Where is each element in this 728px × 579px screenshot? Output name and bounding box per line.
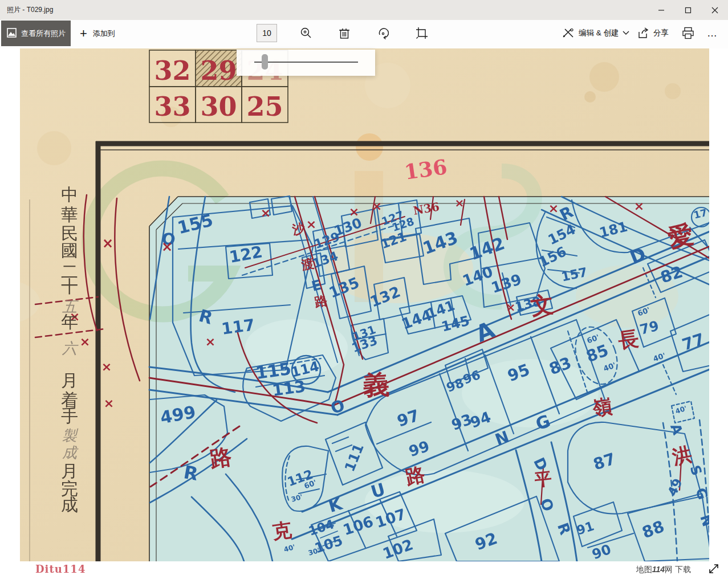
map-label: × (101, 360, 112, 374)
canvas-margin-right (709, 48, 728, 561)
crop-icon (416, 27, 428, 39)
map-label: × (306, 217, 316, 231)
bottom-bar: Ditu114 地图114网 下载 (0, 561, 728, 579)
zoom-slider-thumb[interactable] (262, 54, 268, 70)
zoom-value-box[interactable]: 10 (257, 24, 277, 42)
margin-character: 國 (61, 240, 78, 260)
zoom-slider-track[interactable] (254, 62, 358, 63)
plus-icon: + (80, 27, 87, 40)
crop-button[interactable] (412, 23, 432, 43)
margin-character: 月 (61, 461, 78, 481)
map-label: × (104, 396, 114, 410)
map-label: × (372, 199, 382, 213)
magnifier-plus-icon (300, 27, 312, 39)
map-label: 克 (270, 518, 293, 543)
window-controls (648, 0, 728, 20)
chevron-down-icon (623, 31, 629, 35)
map-label: × (455, 196, 465, 210)
map-label: × (634, 199, 644, 213)
map-label: × (205, 335, 215, 349)
margin-character: 十 (61, 276, 78, 296)
map-label: × (102, 235, 113, 251)
map-label: 渡 (300, 255, 315, 272)
index-grid-number: 32 (154, 55, 190, 86)
zoom-in-button[interactable] (296, 23, 316, 43)
map-label: × (261, 206, 271, 220)
index-grid-number: 29 (200, 55, 237, 86)
index-grid-number: 25 (246, 91, 283, 122)
delete-button[interactable] (335, 23, 354, 43)
map-label: × (548, 201, 559, 215)
view-all-photos-button[interactable]: 查看所有照片 (1, 21, 71, 46)
map-label: 義 (361, 369, 391, 401)
map-label: 路 (208, 443, 233, 472)
trash-icon (339, 27, 350, 39)
margin-vertical-text: 中華民國二十五年六月着手製成月完成 (61, 185, 79, 515)
margin-character: 年 (61, 312, 78, 332)
print-icon (682, 27, 694, 39)
ditu114-watermark: Ditu114 (35, 563, 86, 575)
title-bar: 照片 - T029.jpg (0, 0, 728, 20)
map-label: 平 (533, 468, 552, 490)
photo-canvas[interactable]: 322924333025 (0, 48, 728, 561)
margin-character: 成 (62, 444, 79, 461)
margin-character: 手 (61, 406, 78, 426)
zoom-slider-popup (237, 50, 375, 76)
window-title: 照片 - T029.jpg (0, 5, 53, 15)
photos-icon (7, 28, 17, 39)
margin-character: 成 (61, 495, 78, 515)
share-button[interactable]: 分享 (637, 23, 669, 43)
edit-create-button[interactable]: 编辑 & 创建 (562, 23, 629, 43)
map-label: 長 (616, 326, 640, 353)
edit-pen-icon (562, 27, 575, 39)
margin-character: 六 (62, 340, 79, 357)
more-icon: … (707, 27, 718, 39)
close-button[interactable] (701, 0, 728, 20)
toolbar: 查看所有照片 + 添加到 10 编辑 & 创建 分享 … (0, 20, 728, 48)
margin-character: 製 (62, 427, 79, 444)
map-label: × (349, 205, 359, 219)
download-caption: 地图114网 下载 (636, 565, 691, 575)
more-button[interactable]: … (707, 23, 718, 43)
map-label: × (506, 300, 516, 314)
margin-character: 中 (61, 185, 78, 205)
map-label: × (161, 239, 173, 255)
fullscreen-expand-icon[interactable] (707, 562, 720, 575)
add-to-button[interactable]: + 添加到 (80, 25, 115, 43)
print-button[interactable] (678, 23, 698, 43)
map-label: 路 (313, 292, 328, 309)
rotate-icon (377, 27, 391, 39)
maximize-button[interactable] (674, 0, 701, 20)
index-grid-number: 33 (154, 91, 190, 122)
map-label: 嶺 (591, 394, 613, 419)
share-icon (637, 27, 650, 39)
margin-character: 華 (61, 205, 78, 225)
margin-character: 月 (61, 370, 78, 390)
canvas-margin-left (0, 48, 20, 561)
map-label: × (80, 335, 90, 349)
index-grid-number: 30 (200, 91, 237, 122)
map-label: 文 (529, 290, 555, 320)
minimize-button[interactable] (648, 0, 674, 20)
rotate-button[interactable] (374, 23, 393, 43)
